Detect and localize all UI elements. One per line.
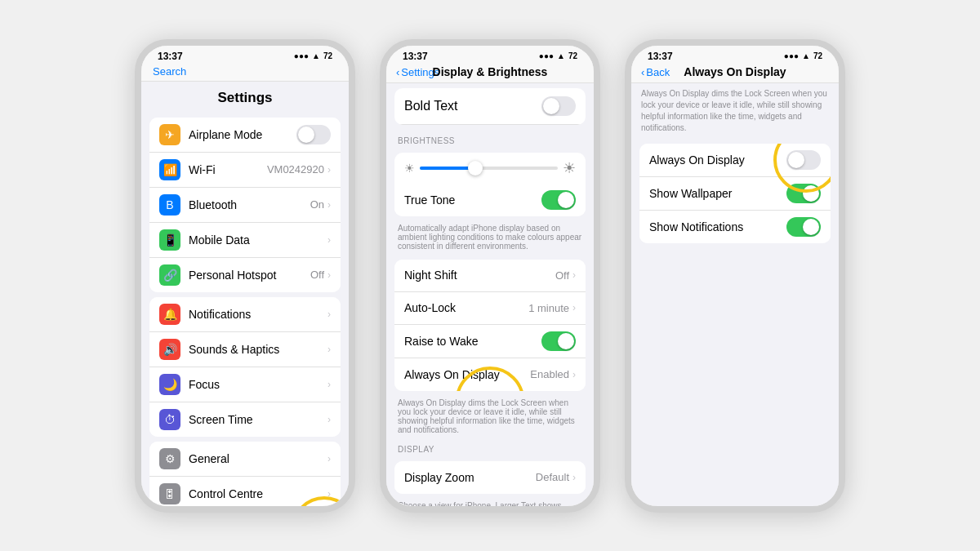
bold-text-toggle[interactable] <box>541 96 576 116</box>
display-zoom-chevron: › <box>572 472 576 483</box>
display-section-label: DISPLAY <box>386 438 594 456</box>
battery-icon-3: 72 <box>813 51 822 60</box>
bluetooth-chevron: › <box>327 199 331 211</box>
focus-label: Focus <box>189 378 327 391</box>
signal-icon-3: ●●● <box>784 51 799 60</box>
row-aod-toggle[interactable]: Always On Display <box>639 144 831 177</box>
time-3: 13:37 <box>648 51 673 62</box>
nav-bar-3: ‹ Back Always On Display <box>631 64 839 83</box>
hotspot-label: Personal Hotspot <box>189 269 310 282</box>
notifications-icon: 🔔 <box>159 304 180 325</box>
group-bold-text: Bold Text <box>394 88 586 125</box>
auto-lock-value: 1 minute <box>528 302 569 314</box>
back-label-3: Back <box>646 66 670 78</box>
row-mobile-data[interactable]: 📱 Mobile Data › <box>149 223 341 258</box>
display-zoom-label: Display Zoom <box>404 471 536 484</box>
status-icons-3: ●●● ▲ 72 <box>784 51 822 60</box>
airplane-toggle[interactable] <box>296 125 331 144</box>
group-display-zoom: Display Zoom Default › <box>394 461 586 494</box>
status-icons-1: ●●● ▲ 72 <box>294 51 332 60</box>
mobile-data-label: Mobile Data <box>189 233 327 247</box>
signal-icon: ●●● <box>294 51 309 60</box>
status-bar-1: 13:37 ●●● ▲ 72 <box>141 46 349 64</box>
row-display-zoom[interactable]: Display Zoom Default › <box>394 461 586 494</box>
bluetooth-icon: B <box>159 194 180 216</box>
general-icon: ⚙ <box>159 448 180 469</box>
screen-3: Always On Display dims the Lock Screen w… <box>631 83 839 506</box>
true-tone-toggle[interactable] <box>541 190 576 210</box>
show-notifications-label: Show Notifications <box>649 220 786 233</box>
focus-chevron: › <box>327 379 331 390</box>
sun-small-icon: ☀ <box>404 162 415 175</box>
wifi-icon-2: ▲ <box>557 51 565 60</box>
row-screen-time[interactable]: ⏱ Screen Time › <box>149 402 341 437</box>
brightness-thumb[interactable] <box>468 161 483 176</box>
battery-icon-2: 72 <box>568 51 577 60</box>
search-label-1[interactable]: Search <box>153 65 186 78</box>
row-sounds[interactable]: 🔊 Sounds & Haptics › <box>149 332 341 367</box>
control-centre-icon: 🎛 <box>159 483 180 504</box>
sounds-chevron: › <box>327 344 331 355</box>
row-always-on-display[interactable]: Always On Display Enabled › <box>394 358 586 391</box>
group-display: ⚙ General › 🎛 Control Centre › AA Displa… <box>149 442 341 506</box>
night-shift-value: Off <box>555 269 569 282</box>
phone-2: 13:37 ●●● ▲ 72 ‹ Settings Display & Brig… <box>380 39 600 513</box>
sounds-icon: 🔊 <box>159 339 180 360</box>
auto-lock-label: Auto-Lock <box>404 301 528 314</box>
row-bold-text[interactable]: Bold Text <box>394 88 586 125</box>
row-show-notifications[interactable]: Show Notifications <box>639 211 831 243</box>
back-label-2: Settings <box>401 66 439 78</box>
group-notifications: 🔔 Notifications › 🔊 Sounds & Haptics › 🌙… <box>149 297 341 437</box>
back-arrow-3: ‹ <box>641 66 644 78</box>
settings-title-1: Settings <box>141 82 349 113</box>
nav-bar-1: Search <box>141 64 349 82</box>
airplane-label: Airplane Mode <box>189 128 296 141</box>
aod-toggle[interactable] <box>786 150 821 170</box>
wifi-icon-3: ▲ <box>802 51 810 60</box>
back-button-2[interactable]: ‹ Settings <box>396 66 439 78</box>
screen-time-label: Screen Time <box>189 413 327 426</box>
back-button-3[interactable]: ‹ Back <box>641 66 670 78</box>
hotspot-value: Off <box>310 269 324 281</box>
control-centre-label: Control Centre <box>189 487 327 500</box>
row-show-wallpaper[interactable]: Show Wallpaper <box>639 177 831 211</box>
row-airplane-mode[interactable]: ✈ Airplane Mode <box>149 118 341 153</box>
bluetooth-label: Bluetooth <box>189 198 310 211</box>
row-control-centre[interactable]: 🎛 Control Centre › <box>149 477 341 506</box>
phone-1: 13:37 ●●● ▲ 72 Search Settings ✈ Airplan… <box>135 39 355 513</box>
time-1: 13:37 <box>158 51 183 62</box>
show-wallpaper-toggle[interactable] <box>786 184 821 203</box>
row-true-tone[interactable]: True Tone <box>394 184 586 216</box>
wifi-label: Wi-Fi <box>189 163 267 176</box>
row-night-shift[interactable]: Night Shift Off › <box>394 260 586 292</box>
group-night-shift: Night Shift Off › Auto-Lock 1 minute › R… <box>394 260 586 391</box>
brightness-group: ☀ ☀ True Tone <box>394 153 586 216</box>
brightness-slider-row[interactable]: ☀ ☀ <box>394 153 586 184</box>
aod-description: Always On Display dims the Lock Screen w… <box>631 83 839 139</box>
aod-toggle-label: Always On Display <box>649 153 786 167</box>
screen-time-icon: ⏱ <box>159 409 180 430</box>
brightness-fill <box>420 167 475 170</box>
wifi-chevron: › <box>327 164 331 176</box>
phone-3: 13:37 ●●● ▲ 72 ‹ Back Always On Display … <box>625 39 845 513</box>
row-notifications[interactable]: 🔔 Notifications › <box>149 297 341 332</box>
signal-icon-2: ●●● <box>539 51 554 60</box>
screen-1: Settings ✈ Airplane Mode 📶 Wi-Fi VM02429… <box>141 82 349 506</box>
row-personal-hotspot[interactable]: 🔗 Personal Hotspot Off › <box>149 258 341 292</box>
row-bluetooth[interactable]: B Bluetooth On › <box>149 188 341 223</box>
raise-to-wake-toggle[interactable] <box>541 331 576 351</box>
bluetooth-value: On <box>310 198 324 211</box>
row-wifi[interactable]: 📶 Wi-Fi VM0242920 › <box>149 153 341 188</box>
control-centre-chevron: › <box>327 488 331 500</box>
status-bar-2: 13:37 ●●● ▲ 72 <box>386 46 594 64</box>
sun-large-icon: ☀ <box>563 159 576 177</box>
show-wallpaper-label: Show Wallpaper <box>649 187 786 200</box>
status-bar-3: 13:37 ●●● ▲ 72 <box>631 46 839 64</box>
display-zoom-desc: Choose a view for iPhone. Larger Text sh… <box>386 499 594 506</box>
row-general[interactable]: ⚙ General › <box>149 442 341 477</box>
row-raise-to-wake[interactable]: Raise to Wake <box>394 325 586 358</box>
row-focus[interactable]: 🌙 Focus › <box>149 367 341 402</box>
brightness-track[interactable] <box>420 167 558 170</box>
row-auto-lock[interactable]: Auto-Lock 1 minute › <box>394 292 586 325</box>
show-notifications-toggle[interactable] <box>786 217 821 237</box>
